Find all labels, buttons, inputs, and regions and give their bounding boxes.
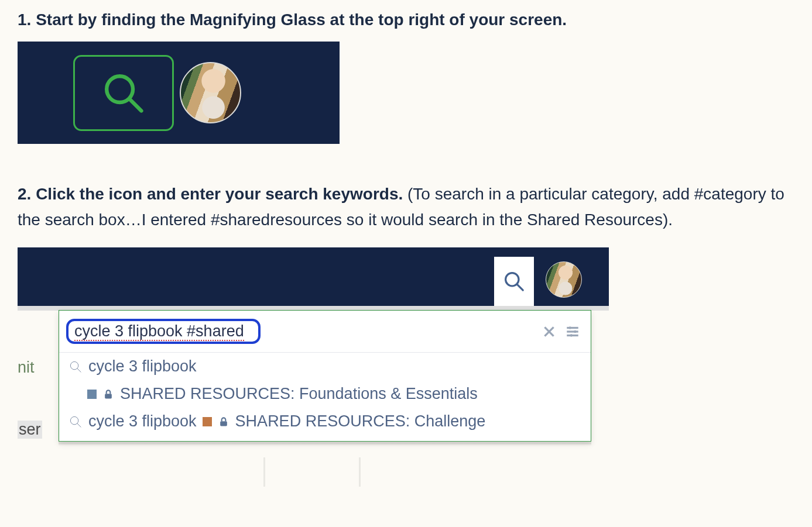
svg-point-12 <box>70 361 78 369</box>
svg-point-11 <box>570 334 573 336</box>
background-text-fragment: ser <box>18 421 42 439</box>
suggestion-query-text: cycle 3 flipbook <box>88 357 197 376</box>
search-input[interactable]: cycle 3 flipbook #shared <box>74 322 244 341</box>
step-1-text: 1. Start by finding the Magnifying Glass… <box>18 7 794 32</box>
screenshot-1 <box>18 42 340 144</box>
decorative-lines <box>263 457 609 487</box>
filter-icon[interactable] <box>565 324 580 339</box>
lock-icon <box>102 388 114 400</box>
search-input-highlight-box: cycle 3 flipbook #shared <box>66 319 261 344</box>
search-icon <box>502 270 526 293</box>
app-header-bar <box>18 247 609 306</box>
svg-line-16 <box>77 423 81 427</box>
avatar[interactable] <box>180 62 241 123</box>
category-color-icon <box>87 390 97 399</box>
step-2-text: 2. Click the icon and enter your search … <box>18 181 794 232</box>
category-color-icon <box>203 417 212 426</box>
svg-rect-17 <box>220 421 227 426</box>
search-icon[interactable] <box>100 70 147 116</box>
search-button-active[interactable] <box>494 257 534 306</box>
screenshot-2: nit ser cycle 3 flipbook #shared <box>18 247 609 487</box>
search-icon <box>68 415 83 429</box>
svg-point-15 <box>70 416 78 424</box>
search-suggestion-category[interactable]: SHARED RESOURCES: Foundations & Essentia… <box>66 380 580 408</box>
svg-point-10 <box>574 330 576 333</box>
search-icon-highlight-box <box>73 55 174 131</box>
svg-line-13 <box>77 368 81 372</box>
search-dropdown-panel: cycle 3 flipbook #shared <box>59 310 591 442</box>
svg-rect-14 <box>105 394 112 398</box>
close-icon[interactable] <box>542 324 557 339</box>
search-icon <box>68 360 83 374</box>
search-input-row: cycle 3 flipbook #shared <box>66 319 580 352</box>
suggestion-category-text: SHARED RESOURCES: Challenge <box>235 412 486 430</box>
suggestion-category-text: SHARED RESOURCES: Foundations & Essentia… <box>120 385 478 403</box>
search-suggestion[interactable]: cycle 3 flipbook <box>66 353 580 380</box>
lock-icon <box>218 416 229 428</box>
search-suggestion[interactable]: cycle 3 flipbook SHARED RESOURCES: Chall… <box>66 408 580 441</box>
svg-line-1 <box>129 99 141 111</box>
svg-point-9 <box>569 326 571 329</box>
suggestion-query-text: cycle 3 flipbook <box>88 412 197 430</box>
background-text-fragment: nit <box>18 359 35 377</box>
svg-line-3 <box>517 284 523 290</box>
avatar[interactable] <box>546 261 582 298</box>
